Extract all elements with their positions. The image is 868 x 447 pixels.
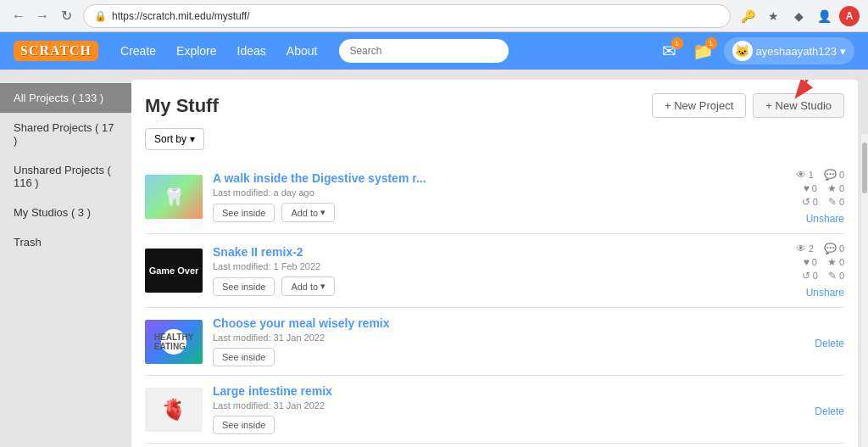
profile-circle[interactable]: A xyxy=(839,6,860,26)
sidebar-item-my-studios[interactable]: My Studios ( 3 ) xyxy=(0,198,131,227)
comments-count-1: 0 xyxy=(839,170,844,180)
see-inside-button-4[interactable]: See inside xyxy=(213,416,275,434)
favorites-count-1: 0 xyxy=(839,183,844,193)
favorites-count-2: 0 xyxy=(839,257,844,267)
sidebar-item-unshared-projects[interactable]: Unshared Projects ( 116 ) xyxy=(0,155,131,198)
browser-nav-buttons: ← → ↻ xyxy=(8,6,76,26)
sidebar-item-shared-projects[interactable]: Shared Projects ( 17 ) xyxy=(0,113,131,155)
address-bar[interactable]: 🔒 https://scratch.mit.edu/mystuff/ xyxy=(83,4,731,28)
scripts-stat-1: ✎ 0 xyxy=(828,196,844,208)
comments-count-2: 0 xyxy=(839,243,844,254)
messages-icon-wrap[interactable]: ✉ 1 xyxy=(656,37,683,64)
table-row: Game Over Snake II remix-2 Last modified… xyxy=(145,234,844,308)
comment-icon-2: 💬 xyxy=(824,243,837,254)
heart-icon: ♥ xyxy=(804,182,810,194)
header-buttons: + New Project + New Studio xyxy=(652,93,844,118)
sidebar-item-trash[interactable]: Trash xyxy=(0,227,131,257)
bookmark-icon[interactable]: ★ xyxy=(763,6,783,26)
project-info-1: A walk inside the Digestive system r... … xyxy=(213,171,776,222)
project-thumbnail-1: 🦷 xyxy=(145,175,203,219)
nav-explore[interactable]: Explore xyxy=(168,39,225,63)
stats-row-2c: ↺ 0 ✎ 0 xyxy=(802,270,844,282)
user-avatar: 🐱 xyxy=(732,41,753,61)
remixes-stat-2: ↺ 0 xyxy=(802,270,818,282)
sidebar-item-all-projects[interactable]: All Projects ( 133 ) xyxy=(0,83,131,113)
remixes-count-2: 0 xyxy=(813,271,818,281)
nav-links: Create Explore Ideas About xyxy=(112,39,326,63)
dropdown-arrow: ▾ xyxy=(840,45,846,58)
notifications-icon-wrap[interactable]: 📁 1 xyxy=(690,37,717,64)
eye-icon-2: 👁 xyxy=(796,243,806,254)
nav-ideas[interactable]: Ideas xyxy=(229,39,275,63)
project-info-2: Snake II remix-2 Last modified: 1 Feb 20… xyxy=(213,245,776,296)
scrollbar[interactable] xyxy=(861,134,868,447)
lock-icon: 🔒 xyxy=(94,10,107,22)
nav-about[interactable]: About xyxy=(278,39,326,63)
project-actions-1: See inside Add to ▾ xyxy=(213,203,776,222)
project-meta-3: Last modified: 31 Jan 2022 xyxy=(213,332,776,343)
search-input[interactable] xyxy=(339,39,509,63)
project-thumbnail-3: HEALTHY EATING xyxy=(145,320,203,364)
delete-button-3[interactable]: Delete xyxy=(815,338,844,349)
back-button[interactable]: ← xyxy=(8,6,29,26)
scratch-logo[interactable]: SCRATCH xyxy=(14,41,98,61)
user-menu-button[interactable]: 🐱 ayeshaayath123 ▾ xyxy=(724,37,854,64)
thumb-snake-image: Game Over xyxy=(145,249,203,293)
user-profile-icon[interactable]: 👤 xyxy=(814,6,834,26)
notifications-badge: 1 xyxy=(705,37,717,49)
new-project-button[interactable]: + New Project xyxy=(652,93,746,118)
delete-button-4[interactable]: Delete xyxy=(815,405,844,417)
see-inside-button-3[interactable]: See inside xyxy=(213,348,275,366)
table-row: HEALTHY EATING Choose your meal wisely r… xyxy=(145,308,844,376)
stats-row-1b: ♥ 0 ★ 0 xyxy=(804,182,844,194)
see-inside-button-2[interactable]: See inside xyxy=(213,277,275,296)
see-inside-button-1[interactable]: See inside xyxy=(213,204,275,222)
thumb-intestine-image: 🫀 xyxy=(145,388,203,432)
nav-create[interactable]: Create xyxy=(112,39,164,63)
url-text: https://scratch.mit.edu/mystuff/ xyxy=(112,10,250,22)
sort-dropdown-icon: ▾ xyxy=(190,133,195,145)
project-title-4[interactable]: Large intestine remix xyxy=(213,384,776,398)
unshare-button-2[interactable]: Unshare xyxy=(806,287,844,299)
favorites-stat-2: ★ 0 xyxy=(827,256,844,268)
remixes-stat-1: ↺ 0 xyxy=(802,196,818,208)
heart-icon-2: ♥ xyxy=(804,256,810,268)
stats-row-1: 👁 1 💬 0 xyxy=(796,169,844,181)
add-to-button-1[interactable]: Add to ▾ xyxy=(281,203,335,222)
reload-button[interactable]: ↻ xyxy=(56,6,76,26)
project-info-4: Large intestine remix Last modified: 31 … xyxy=(213,384,776,434)
views-stat-2: 👁 2 xyxy=(796,243,814,254)
new-studio-button[interactable]: + New Studio xyxy=(753,93,844,118)
main-layout: All Projects ( 133 ) Shared Projects ( 1… xyxy=(0,70,868,447)
table-row: 🫀 Large intestine remix Last modified: 3… xyxy=(145,376,844,444)
nav-right-area: ✉ 1 📁 1 🐱 ayeshaayath123 ▾ xyxy=(656,37,854,64)
stats-row-2b: ♥ 0 ★ 0 xyxy=(804,256,844,268)
project-title-3[interactable]: Choose your meal wisely remix xyxy=(213,316,776,330)
table-row: 🦷 A walk inside the Digestive system r..… xyxy=(145,160,844,234)
remix-icon-2: ↺ xyxy=(802,270,810,282)
thumb-digestive-image: 🦷 xyxy=(145,175,203,219)
project-thumbnail-2: Game Over xyxy=(145,249,203,293)
loves-stat-1: ♥ 0 xyxy=(804,182,817,194)
forward-button[interactable]: → xyxy=(32,6,53,26)
remixes-count-1: 0 xyxy=(813,197,818,207)
key-icon[interactable]: 🔑 xyxy=(737,6,758,26)
comment-icon: 💬 xyxy=(824,169,837,181)
unshare-button-1[interactable]: Unshare xyxy=(806,213,844,225)
remix-icon: ↺ xyxy=(802,196,810,208)
loves-stat-2: ♥ 0 xyxy=(804,256,817,268)
scratch-navbar: SCRATCH Create Explore Ideas About ✉ 1 📁… xyxy=(0,32,868,70)
add-to-button-2[interactable]: Add to ▾ xyxy=(281,277,335,296)
project-title-2[interactable]: Snake II remix-2 xyxy=(213,245,776,259)
messages-badge: 1 xyxy=(671,37,683,49)
stats-row-1c: ↺ 0 ✎ 0 xyxy=(802,196,844,208)
project-right-1: 👁 1 💬 0 ♥ 0 xyxy=(776,169,844,225)
sidebar: All Projects ( 133 ) Shared Projects ( 1… xyxy=(0,70,131,447)
sort-button[interactable]: Sort by ▾ xyxy=(145,128,204,150)
project-meta-4: Last modified: 31 Jan 2022 xyxy=(213,400,776,411)
extensions-icon[interactable]: ◆ xyxy=(788,6,809,26)
project-meta-1: Last modified: a day ago xyxy=(213,187,776,198)
loves-count-2: 0 xyxy=(812,257,817,267)
project-title-1[interactable]: A walk inside the Digestive system r... xyxy=(213,171,776,185)
project-actions-2: See inside Add to ▾ xyxy=(213,277,776,296)
